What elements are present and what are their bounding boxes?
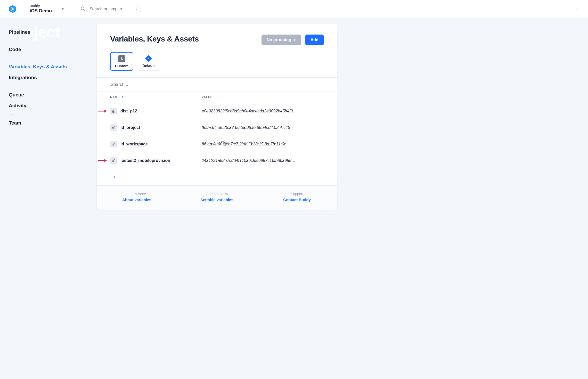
svg-line-4 (84, 9, 85, 10)
search-icon (80, 6, 85, 12)
variable-value: f5:9a:64:e5:26:a7:66:ba:98:fe:88:a9:d4:0… (202, 125, 327, 130)
project-dropdown-icon[interactable]: ▼ (61, 7, 65, 11)
sidebar-item-pipelines[interactable]: Pipelines (9, 27, 88, 38)
footer-col2-title: Good to know (177, 192, 257, 196)
column-name[interactable]: NAME (110, 95, 202, 99)
variables-search-input[interactable] (110, 82, 324, 87)
table-row[interactable]: iostest2_mobileprovision24a1231a82e7cdd4… (97, 152, 337, 169)
variable-name: iostest2_mobileprovision (120, 158, 170, 163)
org-name: Buddy (30, 4, 52, 8)
add-row-button[interactable]: + (110, 173, 118, 181)
grouping-label: No grouping (267, 38, 291, 42)
gear-icon (110, 157, 117, 164)
svg-marker-6 (104, 110, 107, 112)
sort-asc-icon (121, 95, 124, 99)
tab-custom[interactable]: $ Custom (110, 52, 133, 71)
tab-default[interactable]: › Default (137, 52, 160, 71)
duplicate-icon[interactable] (221, 141, 226, 147)
column-value[interactable]: VALUE (202, 95, 327, 99)
key-icon (110, 124, 117, 131)
svg-marker-12 (104, 159, 107, 162)
table-row[interactable]: dist_p12e0e9230829f5cd8a5bb0e4acecdd2e90… (97, 103, 337, 119)
table-row[interactable]: id_projectf5:9a:64:e5:26:a7:66:ba:98:fe:… (97, 119, 337, 136)
svg-rect-9 (221, 141, 224, 144)
table-header: NAME VALUE (97, 92, 337, 103)
footer-link-contact[interactable]: Contact Buddy (257, 197, 337, 202)
sidebar-item-variables[interactable]: Variables, Keys & Assets (9, 61, 88, 72)
topbar: Buddy iOS Demo ▼ / ＋ (0, 0, 588, 18)
brand-divider (23, 4, 23, 14)
add-button[interactable]: Add (305, 35, 324, 45)
variable-name: dist_p12 (120, 109, 137, 113)
card-footer: Learn more About variables Good to know … (97, 185, 337, 210)
table-row[interactable]: id_workspace86:ad:fe:60:8f:b7:c7:2f:fd:f… (97, 136, 337, 152)
global-search[interactable]: / (80, 6, 140, 12)
apple-icon (110, 108, 117, 114)
chevron-down-icon: ▼ (293, 38, 296, 42)
sidebar-item-integrations[interactable]: Integrations (9, 72, 88, 83)
key-icon (110, 141, 117, 147)
dollar-icon: $ (118, 55, 125, 62)
annotation-arrow-icon (98, 109, 107, 113)
footer-col1-title: Learn more (97, 192, 177, 196)
variable-name: id_project (120, 125, 140, 130)
variable-value: 24a1231a82e7cdd4f110a6cfdc6987c16fb8ba95… (202, 158, 327, 163)
sidebar-item-activity[interactable]: Activity (9, 100, 88, 111)
annotation-arrow-icon (98, 159, 107, 162)
card: Variables, Keys & Assets No grouping ▼ A… (97, 24, 337, 210)
main: Variables, Keys & Assets No grouping ▼ A… (97, 18, 344, 220)
topbar-add-icon[interactable]: ＋ (575, 5, 580, 12)
buddy-logo[interactable] (8, 5, 17, 13)
footer-link-about[interactable]: About variables (97, 197, 177, 202)
sidebar-item-code[interactable]: Code (9, 44, 88, 55)
page-title: Variables, Keys & Assets (110, 35, 257, 43)
sidebar-item-team[interactable]: Team (9, 118, 88, 128)
grouping-button[interactable]: No grouping ▼ (262, 35, 301, 45)
hex-icon: › (145, 55, 152, 62)
project-name: iOS Demo (30, 8, 52, 14)
search-input[interactable] (89, 6, 130, 12)
footer-link-settable[interactable]: Settable variables (177, 197, 257, 202)
sidebar-item-queue[interactable]: Queue (9, 89, 88, 100)
search-shortcut: / (134, 6, 140, 12)
variable-value: e0e9230829f5cd8a5bb0e4acecdd2e9092b45b4f… (202, 109, 327, 113)
sidebar: Project Pipelines Code Variables, Keys &… (0, 18, 97, 137)
variable-name: id_workspace (120, 142, 148, 146)
brand-block[interactable]: Buddy iOS Demo (30, 4, 52, 14)
footer-col3-title: Support (257, 192, 337, 196)
